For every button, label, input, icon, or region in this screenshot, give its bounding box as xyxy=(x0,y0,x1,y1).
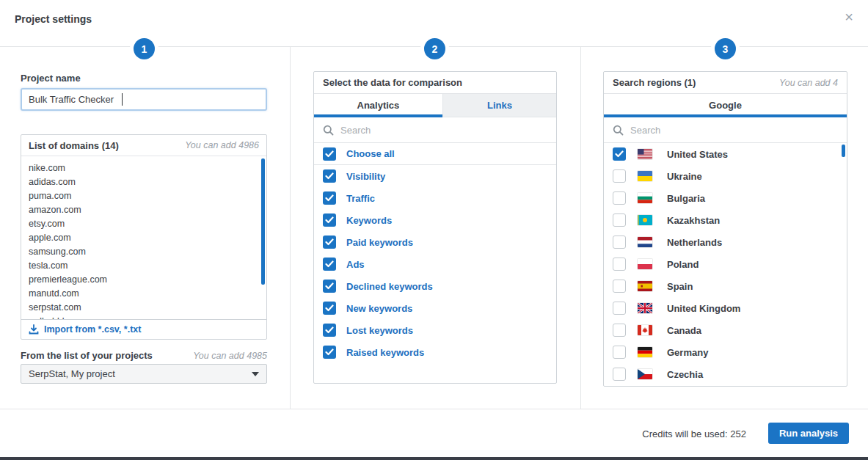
tab-links[interactable]: Links xyxy=(442,94,556,117)
step-badge-2: 2 xyxy=(424,38,445,59)
flag-bg-icon xyxy=(638,193,652,203)
domain-item: serpstat.com xyxy=(29,301,266,315)
region-bulgaria[interactable]: Bulgaria xyxy=(604,187,847,209)
checkbox-checked-icon xyxy=(323,302,336,315)
checkbox-label: Keywords xyxy=(346,215,392,226)
page-title: Project settings xyxy=(15,13,92,25)
domain-item: puma.com xyxy=(29,189,266,203)
region-label: Poland xyxy=(667,259,699,270)
scrollbar-thumb[interactable] xyxy=(261,158,265,285)
checkbox-unchecked-icon xyxy=(613,324,626,337)
flag-gb-icon xyxy=(638,303,652,313)
flag-nl-icon xyxy=(638,237,652,247)
region-united-kingdom[interactable]: United Kingdom xyxy=(604,297,847,319)
bottom-border xyxy=(0,457,868,460)
checkbox-unchecked-icon xyxy=(613,191,626,205)
import-csv-label: Import from *.csv, *.txt xyxy=(44,324,141,335)
regions-panel: Search regions (1) You can add 4 Google … xyxy=(603,71,847,387)
checkbox-label: Visibility xyxy=(346,171,385,182)
import-csv-link[interactable]: Import from *.csv, *.txt xyxy=(21,319,266,339)
chevron-down-icon xyxy=(252,372,259,376)
region-canada[interactable]: Canada xyxy=(604,319,847,341)
run-analysis-button[interactable]: Run analysis xyxy=(768,423,849,444)
checkbox-checked-icon xyxy=(323,324,336,337)
region-kazakhstan[interactable]: Kazakhstan xyxy=(604,209,847,231)
flag-pl-icon xyxy=(638,259,652,269)
text-cursor xyxy=(122,93,123,106)
checkbox-lost-keywords[interactable]: Lost keywords xyxy=(314,319,556,341)
checkbox-checked-icon xyxy=(323,169,336,183)
project-name-label: Project name xyxy=(21,73,81,84)
checkbox-visibility[interactable]: Visibility xyxy=(314,165,556,187)
checkbox-unchecked-icon xyxy=(613,169,626,183)
flag-ca-icon xyxy=(638,325,652,335)
region-netherlands[interactable]: Netherlands xyxy=(604,231,847,253)
projects-label-row: From the list of your projects You can a… xyxy=(21,350,267,361)
checkbox-unchecked-icon xyxy=(613,213,626,227)
domain-list[interactable]: nike.com adidas.com puma.com amazon.com … xyxy=(21,156,266,319)
close-icon[interactable]: × xyxy=(840,7,858,27)
checkbox-raised-keywords[interactable]: Raised keywords xyxy=(314,341,556,363)
checkbox-checked-icon xyxy=(323,258,336,271)
domain-item: amazon.com xyxy=(29,203,266,217)
checkbox-declined-keywords[interactable]: Declined keywords xyxy=(314,275,556,297)
checkbox-traffic[interactable]: Traffic xyxy=(314,187,556,209)
region-label: Spain xyxy=(667,281,693,292)
comparison-search-input[interactable] xyxy=(340,125,547,136)
region-united-states[interactable]: United States xyxy=(604,143,847,165)
checkbox-keywords[interactable]: Keywords xyxy=(314,209,556,231)
scrollbar-thumb[interactable] xyxy=(842,145,845,157)
region-label: Bulgaria xyxy=(667,193,705,204)
checkbox-choose-all[interactable]: Choose all xyxy=(314,143,556,165)
region-label: Kazakhstan xyxy=(667,215,720,226)
projects-dropdown[interactable]: SerpStat, My project xyxy=(21,364,267,384)
checkbox-ads[interactable]: Ads xyxy=(314,253,556,275)
checkbox-unchecked-icon xyxy=(613,280,626,293)
region-spain[interactable]: Spain xyxy=(604,275,847,297)
step-badge-3: 3 xyxy=(715,38,736,59)
region-germany[interactable]: Germany xyxy=(604,341,847,363)
checkbox-label: New keywords xyxy=(346,303,412,314)
region-label: United Kingdom xyxy=(667,303,740,314)
region-label: Canada xyxy=(667,325,701,336)
domains-panel: List of domains (14) You can add 4986 ni… xyxy=(21,134,267,340)
checkbox-label: Traffic xyxy=(346,193,375,204)
flag-es-icon xyxy=(638,281,652,291)
checkbox-unchecked-icon xyxy=(613,368,626,381)
checkbox-unchecked-icon xyxy=(613,302,626,315)
domains-title: List of domains (14) xyxy=(29,140,119,151)
region-poland[interactable]: Poland xyxy=(604,253,847,275)
regions-search-input[interactable] xyxy=(630,125,838,136)
checkbox-checked-icon xyxy=(323,191,336,205)
domain-item: premierleague.com xyxy=(29,273,266,287)
tab-google[interactable]: Google xyxy=(604,94,847,117)
comparison-panel: Select the data for comparison Analytics… xyxy=(313,71,557,384)
region-label: United States xyxy=(667,149,728,160)
projects-hint: You can add 4985 xyxy=(193,351,267,361)
checkbox-checked-icon xyxy=(323,147,336,161)
comparison-tabs: Analytics Links xyxy=(314,94,556,117)
domain-item: manutd.com xyxy=(29,287,266,301)
tab-analytics[interactable]: Analytics xyxy=(314,94,442,117)
project-name-input[interactable] xyxy=(21,88,267,111)
domain-item: apple.com xyxy=(29,231,266,245)
regions-panel-header: Search regions (1) You can add 4 xyxy=(604,72,847,94)
checkbox-checked-icon xyxy=(323,346,336,359)
checkbox-label: Paid keywords xyxy=(346,237,413,248)
flag-ua-icon xyxy=(638,171,652,181)
checkbox-unchecked-icon xyxy=(613,258,626,271)
checkbox-label: Lost keywords xyxy=(346,325,413,336)
domain-item: nike.com xyxy=(29,161,266,175)
flag-cz-icon xyxy=(638,369,652,379)
checkbox-paid-keywords[interactable]: Paid keywords xyxy=(314,231,556,253)
region-ukraine[interactable]: Ukraine xyxy=(604,165,847,187)
region-list[interactable]: United States Ukraine Bulgaria Kazakhsta… xyxy=(604,143,847,386)
domain-item: redbubble.com xyxy=(29,315,266,319)
regions-tabs: Google xyxy=(604,94,847,117)
checkbox-new-keywords[interactable]: New keywords xyxy=(314,297,556,319)
domains-panel-header: List of domains (14) You can add 4986 xyxy=(21,135,266,156)
region-czechia[interactable]: Czechia xyxy=(604,363,847,385)
active-tab-indicator xyxy=(604,114,847,117)
download-icon xyxy=(29,324,39,335)
search-icon xyxy=(323,125,334,136)
